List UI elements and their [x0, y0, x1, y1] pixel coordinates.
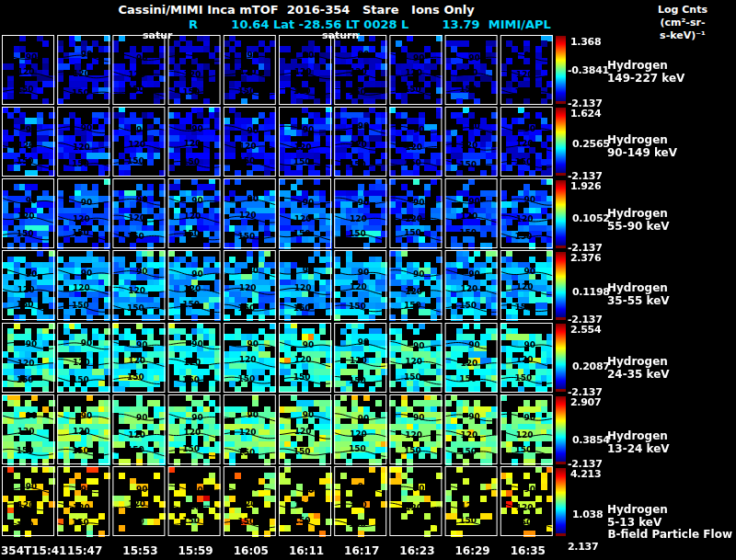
band-label: 5-13 keV: [607, 516, 668, 529]
band-label: 13-24 keV: [607, 442, 670, 455]
colorbar-min-value: 2.137: [568, 541, 598, 553]
colorbar-mid-value: -0.3841: [568, 64, 609, 76]
energy-band-label: Hydrogen90-149 keV: [607, 133, 677, 159]
colorbar-below-range-cap: [556, 389, 566, 392]
colorbar: [556, 108, 566, 173]
colorbar-mid-value: 0.3854: [572, 434, 610, 446]
colorbar-below-range-cap: [556, 317, 566, 320]
colorbar-max-value: 1.926: [570, 180, 601, 192]
band-label: 149-227 keV: [607, 72, 684, 85]
species-label: Hydrogen: [607, 355, 670, 368]
energy-band-label: Hydrogen5-13 keV: [607, 503, 668, 529]
species-label: Hydrogen: [607, 429, 670, 442]
colorbar: [556, 180, 566, 246]
energy-band-label: Hydrogen149-227 keV: [607, 59, 684, 85]
time-tick-label: 16:05: [223, 544, 280, 557]
species-label: Hydrogen: [607, 207, 670, 220]
energy-band-label: Hydrogen35-55 keV: [607, 281, 670, 307]
band-label: 24-35 keV: [607, 368, 670, 381]
energy-band-label: Hydrogen13-24 keV: [607, 429, 670, 455]
time-tick-label: 16:23: [388, 544, 445, 557]
saturn-label-left: satur: [143, 29, 172, 41]
band-label: 35-55 keV: [607, 294, 670, 307]
colorbar-mid-value: 0.2087: [572, 360, 610, 372]
colorbar-max-value: 2.554: [570, 324, 601, 336]
species-label: Hydrogen: [607, 503, 668, 516]
bfield-particle-flow-label: B-field Particle Flow: [607, 528, 732, 541]
species-label: Hydrogen: [607, 59, 684, 72]
colorbar-below-range-cap: [556, 246, 566, 248]
time-tick-label: 16:11: [278, 544, 335, 557]
cassini-mimi-stare-plot: Cassini/MIMI Inca mTOF 2016-354 Stare Io…: [0, 0, 736, 560]
colorbar-mid-value: 1.038: [572, 509, 603, 520]
time-tick-label: 15:53: [111, 544, 168, 557]
band-label: 90-149 keV: [607, 146, 677, 159]
time-tick-label: 16:17: [333, 544, 390, 557]
colorbar-below-range-cap: [556, 533, 566, 536]
colorbar-below-range-cap: [556, 101, 566, 104]
colorbar-max-value: 2.376: [570, 252, 601, 264]
saturn-marker-icon: :: [357, 30, 361, 40]
colorbar: [556, 36, 566, 101]
time-tick-label: 16:29: [444, 544, 501, 557]
energy-band-label: Hydrogen55-90 keV: [607, 207, 670, 233]
energy-band-label: Hydrogen24-35 keV: [607, 355, 670, 381]
colorbar: [556, 396, 566, 462]
species-label: Hydrogen: [607, 281, 670, 294]
colorbar-below-range-cap: [556, 462, 566, 464]
colorbar-mid-value: 0.2565: [572, 138, 610, 150]
colorbar-max-value: 2.907: [570, 396, 601, 408]
colorbar-max-value: 1.624: [570, 108, 601, 120]
colorbar-mid-value: 0.1052: [572, 212, 610, 224]
saturn-label-center: saturn: [322, 29, 359, 41]
colorbar-below-range-cap: [556, 173, 566, 176]
colorbar-max-value: 4.213: [570, 468, 601, 480]
time-tick-label: 15:47: [56, 544, 113, 557]
colorbar: [556, 252, 566, 317]
time-tick-label: 16:35: [500, 544, 557, 557]
time-tick-label: 354T15:41: [1, 544, 58, 557]
band-label: 55-90 keV: [607, 220, 670, 233]
colorbar-max-value: 1.368: [570, 36, 601, 48]
time-tick-label: 15:59: [167, 544, 224, 557]
colorbar: [556, 324, 566, 389]
species-label: Hydrogen: [607, 133, 677, 146]
colorbar-mid-value: 0.1198: [572, 286, 610, 298]
colorbar: [556, 468, 566, 533]
